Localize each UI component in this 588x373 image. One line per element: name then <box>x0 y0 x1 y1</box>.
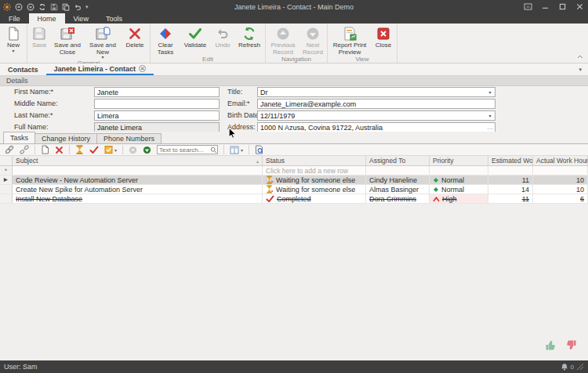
thumbs-up-button[interactable] <box>545 339 558 353</box>
cell-status[interactable]: Completed <box>263 194 366 203</box>
cell-estimated[interactable]: 11 <box>488 194 533 203</box>
waiting-hourglass-icon <box>266 176 274 184</box>
task-state-button[interactable]: ▾ <box>104 145 117 154</box>
birth-date-field[interactable]: ▾ <box>257 110 495 121</box>
validate-button[interactable]: Validate <box>180 24 211 56</box>
refresh-icon <box>241 26 257 42</box>
middle-name-field[interactable] <box>94 99 220 109</box>
tab-tasks[interactable]: Tasks <box>3 132 35 143</box>
close-button[interactable] <box>571 0 588 13</box>
postpone-button[interactable] <box>75 145 84 154</box>
tab-list-dropdown-icon[interactable]: ▾ <box>579 63 588 75</box>
column-header-estimated[interactable]: Estimated Work H... <box>488 156 533 165</box>
grid-new-row[interactable]: * Click here to add a new row <box>0 166 588 176</box>
doc-tab-contacts[interactable]: Contacts <box>0 63 46 75</box>
print-preview-button[interactable] <box>255 145 263 154</box>
cell-actual[interactable]: 10 <box>533 176 588 184</box>
next-object-icon[interactable] <box>27 3 34 11</box>
doc-tab-label: Janete Limeira - Contact <box>54 65 136 73</box>
undo-button[interactable]: Undo <box>211 24 234 56</box>
cell-priority[interactable]: Normal <box>430 176 488 184</box>
report-print-preview-button[interactable]: Report Print Preview <box>328 24 371 56</box>
save-icon[interactable] <box>50 3 58 11</box>
validate-check-icon <box>187 26 203 42</box>
collapse-ribbon-button[interactable] <box>577 53 583 60</box>
column-header-actual[interactable]: Actual Work Hours <box>533 156 588 165</box>
email-field[interactable] <box>257 99 495 109</box>
next-record-button[interactable]: Next Record <box>299 24 326 56</box>
cell-estimated[interactable]: 14 <box>488 185 533 194</box>
close-view-button[interactable]: Close <box>371 24 396 56</box>
tab-view[interactable]: View <box>65 13 97 24</box>
mark-completed-button[interactable] <box>89 146 99 154</box>
down-circle-icon <box>143 146 151 154</box>
table-row[interactable]: Code Review - New Automation Server Wait… <box>0 176 588 185</box>
cell-estimated[interactable]: 11 <box>488 176 533 184</box>
refresh-button[interactable]: Refresh <box>234 24 264 56</box>
cell-status[interactable]: Waiting for someone else <box>263 176 366 184</box>
tab-phone-numbers[interactable]: Phone Numbers <box>96 133 162 143</box>
previous-record-button[interactable]: Previous Record <box>267 24 299 56</box>
paste-icon[interactable] <box>62 3 70 11</box>
window-controls <box>519 0 588 13</box>
last-name-field[interactable] <box>94 110 220 121</box>
thumbs-down-button[interactable] <box>564 339 577 353</box>
doc-tab-contact-active[interactable]: Janete Limeira - Contact × <box>46 63 154 75</box>
new-button[interactable]: New▾ <box>1 24 26 55</box>
search-box[interactable] <box>157 145 218 154</box>
cell-assigned-to[interactable]: Dora Crimmins <box>366 194 430 203</box>
refresh-icon[interactable] <box>38 3 46 11</box>
title-field[interactable]: ▾ <box>257 87 495 97</box>
maximize-button[interactable] <box>554 0 571 13</box>
column-header-priority[interactable]: Priority <box>430 156 488 165</box>
tab-tools[interactable]: Tools <box>97 13 131 24</box>
save-and-new-button[interactable]: Save and New▾ <box>85 24 121 60</box>
cell-subject[interactable]: Install New Database <box>13 194 263 203</box>
unlink-button[interactable] <box>20 145 29 154</box>
delete-task-icon <box>55 146 64 154</box>
new-task-button[interactable] <box>41 145 49 154</box>
ribbon-options-button[interactable] <box>519 0 536 13</box>
cell-priority[interactable]: High <box>430 194 488 203</box>
column-header-status[interactable]: Status <box>263 156 366 165</box>
save-button[interactable]: Save <box>28 24 50 60</box>
clear-tasks-button[interactable]: Clear Tasks <box>151 24 180 56</box>
cell-subject[interactable]: Create New Spike for Automation Server <box>13 185 263 194</box>
minimize-button[interactable] <box>536 0 554 13</box>
link-button[interactable] <box>5 145 14 154</box>
table-row[interactable]: Install New Database Completed Dora Crim… <box>0 194 588 204</box>
undo-icon[interactable] <box>74 3 82 11</box>
tab-home[interactable]: Home <box>29 13 65 24</box>
tab-change-history[interactable]: Change History <box>34 133 97 143</box>
cell-assigned-to[interactable]: Almas Basinger <box>366 185 430 194</box>
cell-priority[interactable]: Normal <box>430 185 488 194</box>
save-icon <box>31 26 47 42</box>
address-ellipsis-button[interactable]: … <box>486 123 494 132</box>
layout-button[interactable]: ▾ <box>230 146 243 154</box>
move-down-button[interactable] <box>143 146 151 154</box>
move-up-button[interactable] <box>129 146 137 154</box>
delete-task-button[interactable] <box>55 146 64 154</box>
resize-grip-icon[interactable] <box>576 363 584 371</box>
save-and-close-button[interactable]: Save and Close <box>50 24 85 60</box>
qat-dropdown-icon[interactable]: ▾ <box>85 4 89 9</box>
cell-status[interactable]: Waiting for someone else <box>263 185 366 194</box>
first-name-field[interactable] <box>94 87 220 97</box>
cell-actual[interactable]: 6 <box>533 194 588 203</box>
notifications-bell-icon[interactable] <box>561 363 568 371</box>
tab-file[interactable]: File <box>0 13 29 24</box>
tab-close-icon[interactable]: × <box>139 65 146 72</box>
birth-date-dropdown-icon[interactable]: ▾ <box>486 111 494 120</box>
delete-button[interactable]: Delete <box>121 24 149 60</box>
cell-actual[interactable]: 10 <box>533 185 588 194</box>
app-icon[interactable] <box>3 3 11 11</box>
previous-object-icon[interactable] <box>15 3 23 11</box>
column-header-assigned-to[interactable]: Assigned To <box>366 156 430 165</box>
search-input[interactable] <box>158 147 210 154</box>
title-dropdown-icon[interactable]: ▾ <box>486 88 494 96</box>
cell-assigned-to[interactable]: Cindy Haneline <box>366 176 430 184</box>
table-row[interactable]: Create New Spike for Automation Server W… <box>0 185 588 194</box>
cell-subject[interactable]: Code Review - New Automation Server <box>13 176 263 184</box>
new-row-hint[interactable]: Click here to add a new row <box>263 166 366 175</box>
column-header-subject[interactable]: Subject▴ <box>13 156 263 165</box>
